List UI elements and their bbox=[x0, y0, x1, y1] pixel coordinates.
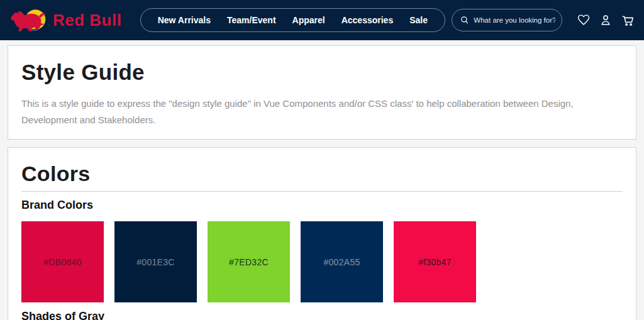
cart-button[interactable] bbox=[620, 13, 635, 28]
site-header: Red Bull New Arrivals Team/Event Apparel… bbox=[0, 0, 644, 40]
nav-item-accessories[interactable]: Accessories bbox=[333, 15, 402, 25]
primary-nav: New Arrivals Team/Event Apparel Accessor… bbox=[140, 8, 445, 32]
brand-color-swatches: #DB0840 #001E3C #7ED32C #002A55 #f30b47 bbox=[21, 221, 623, 302]
header-action-icons bbox=[576, 13, 635, 28]
person-icon bbox=[599, 13, 613, 27]
color-swatch-db0840: #DB0840 bbox=[21, 221, 104, 302]
color-swatch-002a55: #002A55 bbox=[301, 221, 383, 302]
page-title: Style Guide bbox=[21, 60, 623, 85]
page-content: Style Guide This is a style guide to exp… bbox=[0, 45, 644, 320]
swatch-hex-label: #001E3C bbox=[136, 257, 174, 267]
color-swatch-001e3c: #001E3C bbox=[114, 221, 197, 302]
color-swatch-f30b47: #f30b47 bbox=[394, 221, 476, 302]
cart-icon bbox=[621, 13, 635, 28]
search-bar[interactable] bbox=[452, 9, 562, 31]
redbull-bull-and-sun-icon bbox=[10, 7, 48, 33]
nav-item-new-arrivals[interactable]: New Arrivals bbox=[150, 15, 219, 25]
wishlist-button[interactable] bbox=[576, 13, 591, 28]
redbull-wordmark: Red Bull bbox=[53, 11, 121, 30]
swatch-hex-label: #7ED32C bbox=[229, 257, 269, 267]
color-swatch-7ed32c: #7ED32C bbox=[208, 221, 290, 302]
section-divider bbox=[21, 191, 623, 192]
shades-of-gray-title: Shades of Gray bbox=[21, 310, 623, 320]
heart-icon bbox=[577, 13, 591, 27]
search-icon bbox=[460, 14, 469, 26]
intro-card: Style Guide This is a style guide to exp… bbox=[8, 45, 636, 140]
colors-section-title: Colors bbox=[21, 162, 623, 186]
search-input[interactable] bbox=[474, 16, 555, 24]
account-button[interactable] bbox=[598, 13, 613, 28]
redbull-logo[interactable]: Red Bull bbox=[10, 7, 121, 33]
colors-card: Colors Brand Colors #DB0840 #001E3C #7ED… bbox=[8, 147, 636, 320]
nav-item-apparel[interactable]: Apparel bbox=[284, 15, 333, 25]
swatch-hex-label: #DB0840 bbox=[43, 257, 81, 267]
swatch-hex-label: #f30b47 bbox=[418, 257, 452, 267]
nav-item-sale[interactable]: Sale bbox=[401, 15, 436, 25]
nav-item-team-event[interactable]: Team/Event bbox=[219, 15, 284, 25]
swatch-hex-label: #002A55 bbox=[323, 257, 360, 267]
brand-colors-title: Brand Colors bbox=[21, 199, 623, 212]
page-description: This is a style guide to express the "de… bbox=[21, 96, 597, 128]
